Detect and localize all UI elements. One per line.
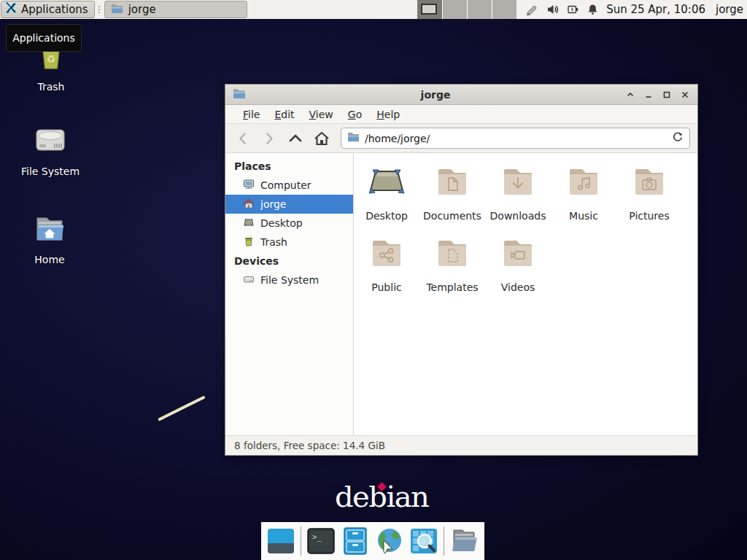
panel-username[interactable]: jorge <box>716 3 743 16</box>
status-text: 8 folders, Free space: 14.4 GiB <box>234 440 385 451</box>
desktop-place-icon <box>243 217 255 230</box>
sidebar-item-label: Computer <box>260 179 311 191</box>
svg-text:♻: ♻ <box>47 53 56 65</box>
terminal-launcher[interactable]: >_ <box>306 526 336 556</box>
location-bar[interactable]: /home/jorge/ <box>341 128 690 149</box>
menu-edit[interactable]: Edit <box>267 109 301 120</box>
folder-item-downloads[interactable]: Downloads <box>485 166 551 237</box>
applications-tooltip: Applications <box>6 24 82 52</box>
toolbar: /home/jorge/ <box>225 124 697 153</box>
show-desktop-button[interactable] <box>266 526 295 556</box>
web-browser-launcher[interactable] <box>375 526 404 556</box>
app-finder-icon <box>410 528 438 554</box>
window-titlebar[interactable]: jorge <box>225 85 697 105</box>
panel-clock[interactable]: Sun 25 Apr, 10:06 <box>606 3 705 16</box>
globe-browser-icon <box>375 527 404 555</box>
desktop-item-icon <box>365 166 408 201</box>
applications-menu-button[interactable]: Applications <box>1 1 95 18</box>
up-button[interactable] <box>284 128 307 149</box>
workspace-4[interactable] <box>492 0 516 19</box>
terminal-icon: >_ <box>307 528 335 554</box>
folder-item-documents[interactable]: Documents <box>419 166 485 237</box>
taskbar-window-button[interactable]: jorge <box>104 1 247 18</box>
sidebar: Places Computer jorge <box>225 153 354 435</box>
sidebar-item-jorge[interactable]: jorge <box>225 195 353 214</box>
computer-icon <box>243 179 255 192</box>
workspace-2[interactable] <box>442 0 467 19</box>
trash-small-icon <box>243 236 255 249</box>
folder-item-label: Documents <box>423 210 481 222</box>
taskbar-window-label: jorge <box>128 3 156 16</box>
menubar: File Edit View Go Help <box>225 105 697 124</box>
workspace-pager <box>417 0 516 19</box>
back-button[interactable] <box>231 128 255 149</box>
statusbar: 8 folders, Free space: 14.4 GiB <box>225 435 697 455</box>
desktop-background[interactable]: Applications jorge <box>0 0 747 560</box>
window-title: jorge <box>246 89 625 101</box>
system-tray <box>525 3 599 17</box>
folder-item-pictures[interactable]: Pictures <box>616 166 682 237</box>
folder-item-label: Downloads <box>490 210 546 222</box>
sidebar-item-desktop[interactable]: Desktop <box>225 214 353 233</box>
open-folder-icon <box>449 528 479 554</box>
minimize-button[interactable] <box>643 90 654 100</box>
xfce-logo-icon <box>4 1 18 18</box>
folder-item-videos[interactable]: Videos <box>485 237 551 308</box>
drive-small-icon <box>243 273 255 287</box>
sidebar-item-computer[interactable]: Computer <box>225 176 353 195</box>
folder-window-icon <box>111 3 123 17</box>
music-folder-icon <box>568 166 600 201</box>
places-header: Places <box>225 157 353 176</box>
folder-item-label: Templates <box>426 281 478 293</box>
desktop-icon-file-system[interactable]: File System <box>14 124 87 177</box>
forward-button[interactable] <box>258 128 281 149</box>
file-system-label: File System <box>21 166 80 177</box>
dock-separator <box>444 526 444 556</box>
sidebar-item-label: Trash <box>260 236 287 248</box>
app-finder-launcher[interactable] <box>409 526 438 556</box>
menu-view[interactable]: View <box>302 109 341 120</box>
close-button[interactable] <box>680 90 690 100</box>
devices-header: Devices <box>225 252 353 271</box>
hard-drive-icon <box>33 124 68 160</box>
desktop-stray-line <box>158 396 205 421</box>
folder-item-music[interactable]: Music <box>551 166 616 237</box>
dock-panel: >_ <box>261 522 484 560</box>
stylus-icon[interactable] <box>525 3 539 17</box>
workspace-3[interactable] <box>467 0 492 19</box>
menu-go[interactable]: Go <box>341 109 369 120</box>
folder-item-desktop[interactable]: Desktop <box>354 166 419 237</box>
menu-file[interactable]: File <box>236 109 267 120</box>
menu-help[interactable]: Help <box>369 109 407 120</box>
public-folder-icon <box>371 237 403 272</box>
window-controls <box>625 90 690 100</box>
folder-item-templates[interactable]: Templates <box>419 237 485 308</box>
reload-icon[interactable] <box>672 131 684 146</box>
location-folder-icon <box>347 131 360 145</box>
sidebar-item-file-system[interactable]: File System <box>225 271 353 289</box>
desktop-icon-home[interactable]: Home <box>13 212 86 265</box>
volume-icon[interactable] <box>546 3 560 16</box>
maximize-button[interactable] <box>662 90 672 100</box>
sidebar-item-trash[interactable]: Trash <box>225 233 353 252</box>
workspace-window-miniature <box>421 4 437 15</box>
trash-label: Trash <box>38 81 65 93</box>
tasklist-handle[interactable] <box>96 1 103 18</box>
file-manager-launcher[interactable] <box>341 526 370 556</box>
battery-icon[interactable] <box>567 3 579 16</box>
documents-folder-icon <box>436 166 468 201</box>
location-text[interactable]: /home/jorge/ <box>365 133 667 144</box>
videos-folder-icon <box>502 237 534 272</box>
directory-menu-button[interactable] <box>449 526 479 556</box>
home-button[interactable] <box>310 128 333 149</box>
downloads-folder-icon <box>502 166 534 201</box>
folder-item-public[interactable]: Public <box>354 237 419 308</box>
shade-button[interactable] <box>625 90 635 100</box>
top-panel: Applications jorge <box>0 0 747 19</box>
window-folder-icon <box>233 88 246 102</box>
sidebar-item-label: jorge <box>260 198 286 210</box>
folder-view[interactable]: Desktop Documents <box>354 153 697 435</box>
folder-item-label: Music <box>569 210 598 222</box>
workspace-1[interactable] <box>417 0 442 19</box>
notification-bell-icon[interactable] <box>587 3 599 16</box>
